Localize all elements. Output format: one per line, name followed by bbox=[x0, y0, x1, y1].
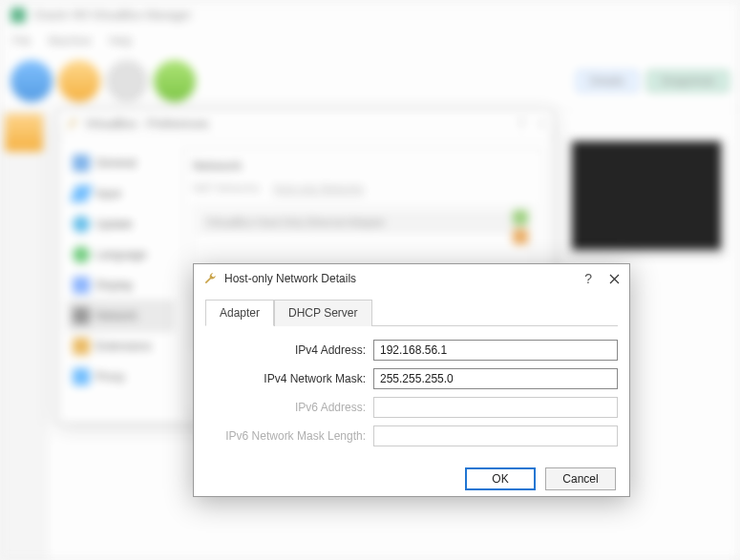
host-only-network-details-dialog: Host-only Network Details ? Adapter DHCP… bbox=[193, 263, 630, 497]
main-toolbar: Details Snapshots bbox=[1, 52, 739, 110]
toolbar-start-icon[interactable] bbox=[154, 60, 196, 102]
wrench-icon bbox=[66, 117, 79, 131]
prefs-help-icon[interactable]: ? bbox=[518, 116, 524, 131]
ipv4-mask-input[interactable] bbox=[373, 368, 618, 389]
language-icon bbox=[73, 246, 90, 263]
tab-adapter[interactable]: Adapter bbox=[205, 300, 274, 326]
prefs-title: VirtualBox - Preferences bbox=[85, 117, 209, 131]
adapter-row[interactable]: VirtualBox Host-Only Ethernet Adapter bbox=[200, 212, 526, 233]
prefs-sidebar: General Input Update Language Display Ne… bbox=[68, 148, 173, 413]
sidebar-item-general[interactable]: General bbox=[68, 148, 173, 178]
proxy-icon bbox=[73, 368, 90, 385]
sidebar-item-label: Network bbox=[95, 309, 137, 322]
display-icon bbox=[73, 277, 90, 294]
sidebar-item-label: Input bbox=[95, 187, 121, 200]
prefs-tabs: NAT Networks Host-only Networks bbox=[193, 182, 533, 196]
sidebar-item-label: Extensions bbox=[95, 340, 152, 353]
sidebar-item-label: Language bbox=[95, 248, 146, 261]
vm-preview bbox=[569, 138, 724, 253]
snapshots-button[interactable]: Snapshots bbox=[646, 70, 729, 93]
sidebar-item-label: Proxy bbox=[95, 370, 125, 384]
detail-tabs: Adapter DHCP Server bbox=[205, 299, 618, 326]
sidebar-item-language[interactable]: Language bbox=[68, 239, 173, 270]
tab-dhcp-server[interactable]: DHCP Server bbox=[274, 300, 371, 326]
ipv6-len-label: IPv6 Network Mask Length: bbox=[205, 429, 368, 443]
prefs-titlebar: VirtualBox - Preferences ? × bbox=[58, 110, 553, 138]
sidebar-item-label: General bbox=[95, 156, 137, 170]
adapter-form: IPv4 Address: IPv4 Network Mask: IPv6 Ad… bbox=[205, 340, 618, 446]
sidebar-item-label: Update bbox=[95, 218, 133, 231]
sidebar-item-extensions[interactable]: Extensions bbox=[68, 331, 173, 362]
sidebar-item-label: Display bbox=[95, 279, 133, 292]
details-button[interactable]: Details bbox=[576, 70, 640, 93]
main-menu[interactable]: File Machine Help bbox=[1, 30, 739, 52]
detail-body: Adapter DHCP Server IPv4 Address: IPv4 N… bbox=[194, 293, 629, 458]
toolbar-discard-icon[interactable] bbox=[106, 60, 148, 102]
main-title: Oracle VM VirtualBox Manager bbox=[33, 9, 191, 22]
app-icon bbox=[11, 8, 26, 23]
tab-hostonly-networks[interactable]: Host-only Networks bbox=[273, 182, 364, 196]
menu-machine[interactable]: Machine bbox=[48, 34, 91, 48]
network-icon bbox=[73, 307, 90, 324]
sidebar-item-display[interactable]: Display bbox=[68, 270, 173, 301]
button-row: OK Cancel bbox=[194, 458, 629, 502]
sidebar-item-input[interactable]: Input bbox=[68, 178, 173, 209]
menu-help[interactable]: Help bbox=[109, 34, 133, 48]
add-adapter-icon[interactable] bbox=[513, 210, 528, 225]
toolbar-settings-icon[interactable] bbox=[58, 60, 100, 102]
sidebar-item-proxy[interactable]: Proxy bbox=[68, 362, 173, 392]
update-icon bbox=[73, 216, 90, 233]
main-titlebar: Oracle VM VirtualBox Manager bbox=[1, 1, 739, 30]
input-icon bbox=[70, 185, 94, 202]
ipv4-address-input[interactable] bbox=[373, 340, 618, 361]
menu-file[interactable]: File bbox=[12, 34, 31, 48]
ipv6-len-input bbox=[373, 425, 618, 446]
detail-titlebar: Host-only Network Details ? bbox=[194, 264, 629, 293]
wrench-icon bbox=[203, 272, 217, 285]
ipv6-address-input bbox=[373, 397, 618, 418]
detail-title: Host-only Network Details bbox=[224, 272, 356, 285]
cancel-button[interactable]: Cancel bbox=[545, 467, 616, 490]
vm-list-item[interactable] bbox=[5, 114, 43, 152]
help-icon[interactable]: ? bbox=[584, 271, 592, 286]
close-icon[interactable] bbox=[609, 274, 620, 284]
ipv4-mask-label: IPv4 Network Mask: bbox=[205, 372, 368, 385]
toolbar-new-icon[interactable] bbox=[11, 60, 53, 102]
extensions-icon bbox=[73, 338, 90, 355]
ipv6-address-label: IPv6 Address: bbox=[205, 401, 368, 414]
sidebar-item-network[interactable]: Network bbox=[68, 301, 173, 331]
tab-nat-networks[interactable]: NAT Networks bbox=[193, 182, 260, 196]
sidebar-item-update[interactable]: Update bbox=[68, 209, 173, 239]
ok-button[interactable]: OK bbox=[465, 467, 536, 490]
prefs-heading: Network bbox=[193, 158, 533, 173]
prefs-close-icon[interactable]: × bbox=[538, 116, 545, 131]
vm-list bbox=[1, 110, 49, 559]
general-icon bbox=[73, 155, 90, 172]
ipv4-address-label: IPv4 Address: bbox=[205, 343, 368, 357]
edit-adapter-icon[interactable] bbox=[513, 229, 528, 244]
